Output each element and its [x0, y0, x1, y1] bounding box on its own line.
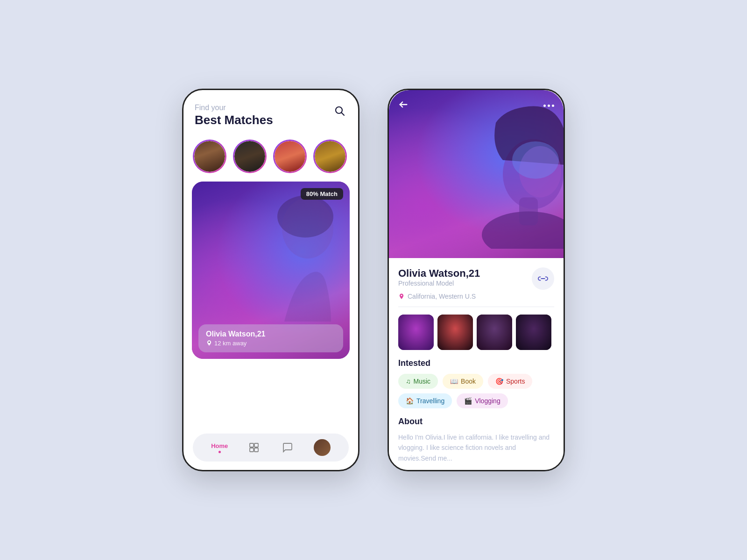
header-text: Find your Best Matches — [195, 103, 273, 127]
story-row — [183, 132, 358, 178]
svg-rect-8 — [254, 448, 258, 452]
svg-rect-5 — [250, 443, 254, 447]
sports-label: Sports — [506, 378, 525, 385]
location-pin-icon — [398, 293, 405, 300]
svg-point-13 — [512, 141, 559, 179]
hero-face-svg — [463, 99, 564, 249]
tag-music[interactable]: ♫ Music — [398, 374, 438, 389]
dot-2 — [548, 105, 550, 107]
hero-nav — [389, 99, 564, 112]
photo-thumb-3[interactable] — [477, 315, 512, 350]
profile-hero — [389, 90, 564, 258]
card-distance: 12 km away — [206, 340, 336, 347]
svg-point-4 — [209, 342, 210, 343]
photo-thumb-2[interactable] — [437, 315, 473, 350]
nav-home[interactable]: Home — [211, 442, 228, 453]
bottom-nav: Home — [193, 434, 349, 462]
profile-location: California, Western U.S — [398, 293, 554, 300]
thumb-face-1 — [398, 315, 434, 350]
more-options-button[interactable] — [543, 99, 554, 112]
thumb-face-2 — [437, 315, 473, 350]
back-arrow-icon — [398, 99, 409, 110]
avatar-1 — [194, 141, 225, 172]
profile-job: Professional Model — [398, 280, 480, 287]
avatar-4 — [315, 141, 345, 172]
search-button[interactable] — [332, 103, 347, 119]
search-icon — [334, 105, 345, 116]
hero-background — [389, 90, 564, 258]
profile-name-block: Olivia Watson,21 Professional Model — [398, 267, 480, 291]
svg-point-3 — [277, 196, 333, 238]
travel-icon: 🏠 — [406, 397, 414, 405]
left-phone: Find your Best Matches — [182, 89, 359, 471]
right-phone: Olivia Watson,21 Professional Model Cali… — [388, 89, 565, 471]
story-circle-2[interactable] — [233, 140, 267, 173]
tag-travel[interactable]: 🏠 Travelling — [398, 393, 452, 408]
nav-avatar — [314, 439, 331, 456]
profile-silhouette-svg — [238, 191, 345, 331]
share-button[interactable] — [532, 267, 554, 290]
music-label: Music — [414, 378, 431, 385]
location-text: California, Western U.S — [408, 293, 476, 300]
thumb-face-4 — [516, 315, 551, 350]
tag-sports[interactable]: 🎯 Sports — [488, 374, 532, 389]
travel-label: Travelling — [416, 397, 444, 405]
tag-book[interactable]: 📖 Book — [443, 374, 483, 389]
tags-row: ♫ Music 📖 Book 🎯 Sports 🏠 Travelling 🎬 V… — [398, 374, 554, 408]
card-person-name: Olivia Watson,21 — [206, 330, 336, 338]
sports-icon: 🎯 — [495, 378, 503, 385]
story-circle-1[interactable] — [193, 140, 226, 173]
photo-thumb-4[interactable] — [516, 315, 551, 350]
svg-line-1 — [342, 113, 345, 116]
avatar-3 — [275, 141, 305, 172]
match-badge: 80% Match — [301, 188, 343, 200]
nav-grid[interactable] — [246, 440, 262, 455]
subtitle: Find your — [195, 103, 273, 113]
svg-point-16 — [401, 295, 402, 296]
match-card[interactable]: 80% Match Olivia Watson,21 12 km away — [192, 182, 350, 359]
about-text: Hello I'm Olivia.I live in california. I… — [398, 432, 554, 463]
profile-top-row: Olivia Watson,21 Professional Model — [398, 267, 554, 291]
thumb-face-3 — [477, 315, 512, 350]
music-icon: ♫ — [406, 378, 411, 385]
location-icon — [206, 340, 212, 346]
avatar-2 — [234, 141, 265, 172]
divider — [398, 307, 554, 307]
share-icon — [538, 273, 548, 284]
grid-icon — [248, 442, 260, 453]
profile-name: Olivia Watson,21 — [398, 267, 480, 280]
svg-rect-6 — [254, 443, 258, 447]
photo-grid — [398, 315, 554, 350]
card-info: Olivia Watson,21 12 km away — [198, 324, 343, 352]
about-title: About — [398, 417, 554, 427]
svg-rect-7 — [250, 448, 254, 452]
book-label: Book — [461, 378, 476, 385]
vlog-icon: 🎬 — [464, 397, 472, 405]
nav-home-label: Home — [211, 442, 228, 449]
nav-chat[interactable] — [280, 440, 296, 455]
chat-icon — [282, 442, 293, 453]
dot-1 — [543, 105, 546, 107]
book-icon: 📖 — [450, 378, 458, 385]
tag-vlog[interactable]: 🎬 Vlogging — [457, 393, 508, 408]
back-button[interactable] — [398, 99, 409, 112]
story-circle-3[interactable] — [273, 140, 307, 173]
page-title: Best Matches — [195, 113, 273, 127]
vlog-label: Vlogging — [475, 397, 500, 405]
photo-thumb-1[interactable] — [398, 315, 434, 350]
nav-home-dot — [218, 451, 221, 453]
story-circle-4[interactable] — [313, 140, 347, 173]
dot-3 — [552, 105, 554, 107]
left-header: Find your Best Matches — [183, 90, 358, 132]
nav-profile[interactable] — [314, 439, 331, 456]
profile-detail: Olivia Watson,21 Professional Model Cali… — [389, 258, 564, 470]
interests-title: Intested — [398, 358, 554, 368]
